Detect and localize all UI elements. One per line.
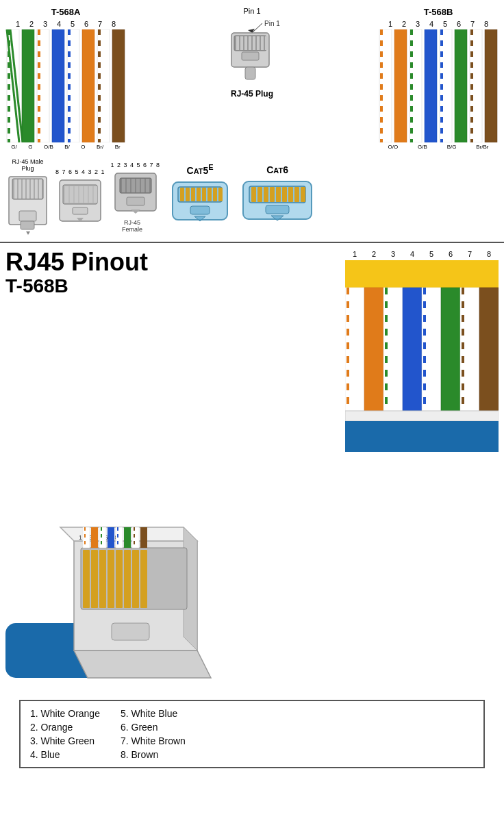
legend-col-right: 5. White Blue 6. Green 7. White Brown 8.…	[121, 708, 186, 760]
svg-rect-47	[27, 179, 29, 199]
plug-area: Pin 1 Pin 1	[197, 7, 307, 99]
svg-rect-95	[282, 187, 287, 202]
svg-rect-42	[19, 211, 36, 221]
cable-diagram-row: 1 2 3 4 5 6 7 8	[5, 459, 499, 692]
svg-marker-117	[74, 651, 211, 678]
svg-rect-69	[136, 179, 140, 192]
svg-rect-137	[91, 550, 98, 608]
svg-line-14	[252, 23, 262, 33]
svg-rect-99	[266, 205, 289, 214]
svg-rect-132	[132, 527, 139, 548]
svg-rect-55	[65, 186, 68, 203]
cat5e-area: CAT5E	[166, 163, 234, 230]
svg-rect-115	[345, 421, 499, 452]
svg-rect-22	[244, 36, 247, 50]
svg-rect-45	[18, 179, 21, 199]
connector-right: 1 2 3 4 5 6 7 8 RJ-45 Female	[111, 162, 161, 231]
svg-rect-96	[288, 187, 293, 202]
svg-rect-72	[127, 197, 144, 205]
svg-rect-49	[35, 179, 38, 199]
svg-rect-10	[82, 29, 94, 142]
rj45-header: RJ45 Pinout T-568B 1 2 3 4 5 6 7 8	[5, 250, 499, 452]
svg-rect-79	[186, 188, 190, 201]
legend-item-8: 8. Brown	[121, 749, 186, 760]
bottom-section: RJ45 Pinout T-568B 1 2 3 4 5 6 7 8	[0, 243, 504, 775]
svg-rect-139	[108, 550, 114, 608]
pin1-label: Pin 1	[243, 7, 260, 15]
t568b-pin-numbers: 1 2 3 4 5 6 7 8	[383, 20, 493, 28]
svg-rect-90	[251, 187, 256, 202]
svg-text:Pin 1: Pin 1	[264, 20, 280, 27]
svg-rect-26	[261, 36, 264, 50]
t568a-wires-svg	[5, 29, 126, 142]
svg-rect-104	[364, 288, 383, 411]
svg-rect-83	[207, 188, 212, 201]
rj45-main-title: RJ45 Pinout	[5, 250, 148, 275]
svg-rect-128	[108, 527, 114, 548]
svg-rect-58	[79, 186, 83, 203]
t568a-title: T-568A	[51, 7, 81, 17]
svg-rect-46	[23, 179, 25, 199]
svg-rect-82	[202, 188, 206, 201]
svg-rect-71	[146, 179, 149, 192]
t568a-diagram: T-568A 1 2 3 4 5 6 7 8	[5, 7, 126, 150]
t568b-wires-svg	[378, 29, 499, 142]
svg-rect-84	[213, 188, 217, 201]
top-section: T-568A 1 2 3 4 5 6 7 8	[0, 0, 504, 243]
svg-rect-23	[249, 36, 251, 50]
svg-rect-28	[245, 67, 255, 79]
legend-item-1: 1. White Orange	[30, 708, 100, 719]
legend-item-2: 2. Orange	[30, 722, 100, 733]
svg-rect-141	[124, 550, 131, 608]
legend-box: 1. White Orange 2. Orange 3. White Green…	[19, 700, 485, 768]
svg-rect-60	[89, 186, 92, 203]
cross-section-svg	[345, 260, 499, 452]
svg-rect-113	[479, 288, 499, 411]
cat6-area: CAT6	[240, 164, 315, 229]
svg-rect-31	[394, 29, 407, 142]
wiring-row: T-568A 1 2 3 4 5 6 7 8	[5, 7, 499, 150]
svg-rect-97	[294, 187, 299, 202]
t568b-diagram: T-568B 1 2 3 4 5 6 7 8	[378, 7, 499, 150]
legend-item-5: 5. White Blue	[121, 708, 186, 719]
svg-rect-94	[276, 187, 281, 202]
svg-rect-129	[116, 527, 123, 548]
cat6-label: CAT6	[266, 164, 288, 175]
svg-rect-18	[242, 52, 259, 60]
svg-rect-56	[70, 186, 73, 203]
svg-rect-27	[265, 36, 268, 50]
svg-rect-143	[140, 550, 147, 608]
svg-rect-61	[94, 186, 97, 203]
connectors-row: RJ-45 Male Plug	[5, 154, 499, 238]
svg-rect-125	[91, 527, 98, 548]
svg-rect-78	[180, 188, 184, 201]
svg-rect-70	[141, 179, 144, 192]
svg-rect-91	[257, 187, 262, 202]
svg-marker-73	[131, 210, 140, 214]
plug-label: RJ-45 Plug	[231, 89, 273, 99]
svg-rect-80	[191, 188, 195, 201]
svg-rect-4	[22, 29, 34, 142]
legend-item-6: 6. Green	[121, 722, 186, 733]
svg-rect-20	[236, 36, 239, 50]
rj45-plug-svg: Pin 1	[211, 18, 293, 86]
t568a-pin-numbers: 1 2 3 4 5 6 7 8	[11, 20, 121, 28]
svg-rect-86	[190, 206, 210, 214]
rj45-title-block: RJ45 Pinout T-568B	[5, 250, 148, 298]
svg-rect-92	[264, 187, 268, 202]
svg-rect-81	[197, 188, 201, 201]
svg-rect-85	[218, 188, 223, 201]
connector-front-svg	[56, 177, 104, 225]
svg-rect-37	[455, 29, 467, 142]
svg-rect-7	[52, 29, 64, 142]
cat5e-connector-svg	[166, 179, 234, 230]
svg-rect-25	[257, 36, 260, 50]
svg-rect-138	[99, 550, 106, 608]
svg-rect-21	[240, 36, 243, 50]
rj45-male-label: RJ-45 Male Plug	[12, 158, 43, 172]
num-row-left: 8 7 6 5 4 3 2 1	[55, 168, 105, 175]
svg-rect-68	[131, 179, 135, 192]
svg-rect-57	[75, 186, 78, 203]
svg-rect-59	[84, 186, 88, 203]
svg-rect-114	[345, 411, 499, 421]
